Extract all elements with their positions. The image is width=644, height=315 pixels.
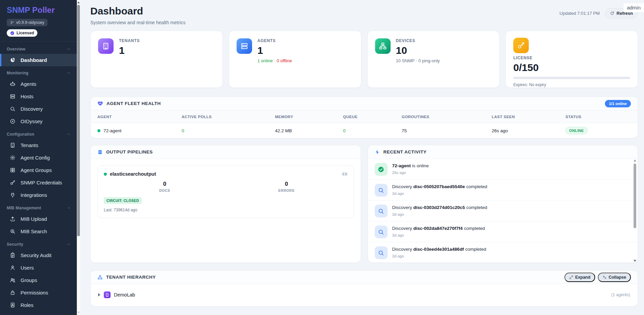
sidebar-item-groups[interactable]: Groups bbox=[0, 274, 77, 286]
scroll-down-arrow-icon[interactable] bbox=[634, 260, 636, 262]
activity-time: 3d ago bbox=[392, 191, 487, 196]
sidebar-item-dashboard[interactable]: Dashboard bbox=[0, 54, 77, 66]
agents-stat-card: AGENTS 1 1 online · 0 offline bbox=[229, 31, 361, 88]
circuit-status-badge: CIRCUIT: CLOSED bbox=[104, 197, 142, 204]
git-branch-icon bbox=[10, 21, 14, 25]
sidebar-item-label: OIDyssey bbox=[21, 118, 42, 124]
sidebar-item-roles[interactable]: Roles bbox=[0, 299, 77, 311]
check-circle-icon bbox=[10, 31, 14, 35]
pipelines-panel-title: OUTPUT PIPELINES bbox=[106, 149, 153, 154]
sidebar-item-snmp-credentials[interactable]: SNMP Credentials bbox=[0, 176, 77, 189]
activity-scrollbar[interactable] bbox=[633, 160, 637, 262]
check-circle-icon bbox=[375, 163, 388, 176]
nav-section-security[interactable]: Security bbox=[0, 238, 77, 249]
admin-user-menu[interactable]: admin bbox=[623, 3, 644, 12]
sidebar-item-agents[interactable]: Agents bbox=[0, 78, 77, 90]
fleet-table-row[interactable]: 72-agent 0 42.2 MB 0 75 26s ago ONLINE bbox=[91, 123, 638, 138]
tenant-agent-count: (1 agents) bbox=[611, 292, 630, 297]
tenant-tree-node[interactable]: DemoLab (1 agents) bbox=[91, 284, 638, 306]
page-header: Dashboard System overview and real-time … bbox=[90, 5, 638, 25]
sidebar-item-discovery[interactable]: Discovery bbox=[0, 103, 77, 115]
compass-icon bbox=[10, 118, 16, 124]
activity-text: Discovery disc-002da847e270f7f4 complete… bbox=[392, 225, 485, 231]
sidebar-item-hosts[interactable]: Hosts bbox=[0, 90, 77, 103]
tenant-building-icon bbox=[104, 291, 111, 298]
activity-panel-header: RECENT ACTIVITY bbox=[368, 145, 638, 159]
license-value: 0/150 bbox=[513, 62, 630, 73]
docs-value: 0 bbox=[104, 181, 225, 187]
nav-section-configuration[interactable]: Configuration bbox=[0, 128, 77, 139]
sidebar-item-label: Agent Groups bbox=[21, 167, 52, 173]
robot-icon bbox=[10, 81, 16, 87]
searchplus-icon bbox=[10, 229, 16, 234]
activity-item[interactable]: Discovery disc-0505207baed5540e complete… bbox=[368, 180, 638, 201]
col-status: STATUS bbox=[565, 115, 631, 119]
sidebar-item-security-audit[interactable]: Security Audit bbox=[0, 249, 77, 261]
activity-scrollbar-thumb[interactable] bbox=[634, 164, 636, 228]
sidebar-item-integrations[interactable]: Integrations bbox=[0, 189, 77, 201]
nav-section-monitoring[interactable]: Monitoring bbox=[0, 66, 77, 78]
tenants-value: 1 bbox=[119, 45, 140, 56]
pipeline-card[interactable]: elasticsearchoutput ES 0 DOCS 0 ERRORS bbox=[97, 166, 354, 218]
sidebar-item-oidyssey[interactable]: OIDyssey bbox=[0, 115, 77, 128]
sidebar-item-label: Agents bbox=[21, 81, 36, 87]
activity-item[interactable]: Discovery disc-002da847e270f7f4 complete… bbox=[368, 221, 638, 242]
squares-icon bbox=[10, 167, 16, 173]
license-stat-card: LICENSE 0/150 Expires: No expiry bbox=[505, 31, 638, 88]
sidebar-item-mib-upload[interactable]: MIB Upload bbox=[0, 213, 77, 225]
nav-section-overview[interactable]: Overview bbox=[0, 42, 77, 54]
activity-item[interactable]: Discovery disc-0303d274d01c20c5 complete… bbox=[368, 201, 638, 221]
sidebar-item-mib-search[interactable]: MIB Search bbox=[0, 225, 77, 238]
sidebar-item-label: Users bbox=[21, 265, 34, 271]
refresh-icon bbox=[610, 11, 614, 15]
pipelines-panel-header: OUTPUT PIPELINES bbox=[91, 145, 361, 159]
sidebar-item-tenants[interactable]: Tenants bbox=[0, 139, 77, 151]
devices-label: DEVICES bbox=[396, 38, 440, 43]
sidebar-item-agent-groups[interactable]: Agent Groups bbox=[0, 164, 77, 176]
sidebar-item-label: Groups bbox=[21, 277, 37, 283]
nav-section-mib-management[interactable]: MIB Management bbox=[0, 201, 77, 213]
scroll-up-arrow-icon[interactable] bbox=[77, 1, 80, 3]
col-memory: MEMORY bbox=[275, 115, 343, 119]
licensed-badge: Licensed bbox=[7, 29, 37, 37]
sidebar-item-label: Agent Config bbox=[21, 155, 50, 161]
expand-button[interactable]: Expand bbox=[564, 273, 595, 282]
scroll-up-arrow-icon[interactable] bbox=[634, 160, 636, 162]
devices-substat: 10 SNMP · 0 ping-only bbox=[396, 58, 440, 63]
sidebar-item-users[interactable]: Users bbox=[0, 261, 77, 274]
pipeline-type-label: ES bbox=[342, 172, 347, 176]
caret-right-icon[interactable] bbox=[98, 293, 100, 296]
main-content: Dashboard System overview and real-time … bbox=[80, 0, 644, 315]
hierarchy-panel-header: TENANT HIERARCHY Expand Collapse bbox=[91, 271, 638, 284]
network-icon bbox=[375, 38, 391, 54]
goroutines-value: 75 bbox=[402, 128, 492, 133]
agent-name: 72-agent bbox=[103, 128, 121, 133]
database-icon bbox=[97, 149, 103, 155]
sidebar-item-permissions[interactable]: Permissions bbox=[0, 286, 77, 299]
sidebar-item-label: Dashboard bbox=[21, 57, 47, 63]
activity-text: 72-agent is online bbox=[392, 163, 429, 168]
activity-text: Discovery disc-03eed4e301a486df complete… bbox=[392, 246, 486, 252]
chevron-up-icon bbox=[67, 242, 71, 246]
idbadge-icon bbox=[10, 302, 16, 308]
docs-label: DOCS bbox=[104, 188, 225, 193]
collapse-button[interactable]: Collapse bbox=[598, 273, 631, 282]
sidebar-item-agent-config[interactable]: Agent Config bbox=[0, 151, 77, 164]
upload-icon bbox=[10, 216, 16, 222]
col-agent: AGENT bbox=[97, 115, 182, 119]
server-stack-icon bbox=[237, 38, 252, 54]
collapse-icon bbox=[603, 275, 607, 279]
agent-fleet-health-panel: AGENT FLEET HEALTH 1/1 online AGENT ACTI… bbox=[90, 97, 638, 138]
activity-time: 3d ago bbox=[392, 212, 487, 216]
search-icon bbox=[10, 106, 16, 112]
sidebar-scrollbar[interactable] bbox=[77, 0, 80, 315]
activity-text: Discovery disc-0505207baed5540e complete… bbox=[392, 183, 487, 189]
activity-item[interactable]: 72-agent is online26s ago bbox=[368, 159, 638, 180]
tenants-stat-card: TENANTS 1 bbox=[90, 31, 223, 88]
sidebar-scrollbar-thumb[interactable] bbox=[77, 5, 80, 236]
activity-list: 72-agent is online26s agoDiscovery disc-… bbox=[368, 159, 638, 263]
building-icon bbox=[10, 142, 16, 148]
scroll-down-arrow-icon[interactable] bbox=[77, 312, 80, 314]
building-icon bbox=[98, 38, 114, 54]
activity-item[interactable]: Discovery disc-03eed4e301a486df complete… bbox=[368, 242, 638, 263]
